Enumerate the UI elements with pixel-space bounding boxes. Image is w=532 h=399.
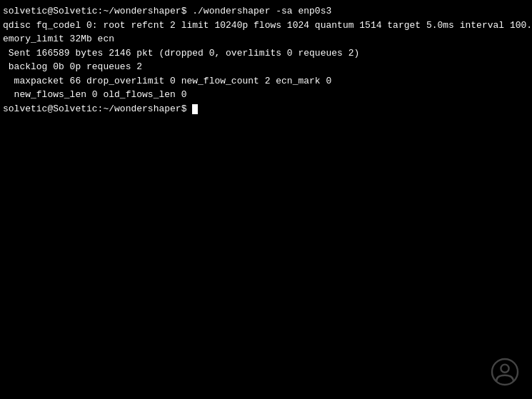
terminal-line: new_flows_len 0 old_flows_len 0: [3, 88, 529, 102]
watermark-icon: [491, 358, 519, 386]
terminal-line: solvetic@Solvetic:~/wondershaper$: [3, 102, 529, 116]
terminal-line: maxpacket 66 drop_overlimit 0 new_flow_c…: [3, 74, 529, 89]
terminal-output: solvetic@Solvetic:~/wondershaper$ ./wond…: [3, 4, 529, 116]
terminal-line: Sent 166589 bytes 2146 pkt (dropped 0, o…: [3, 46, 529, 61]
terminal-line: qdisc fq_codel 0: root refcnt 2 limit 10…: [3, 19, 529, 33]
svg-point-1: [501, 365, 508, 373]
terminal-line: emory_limit 32Mb ecn: [3, 32, 529, 46]
terminal-line: backlog 0b 0p requeues 2: [3, 60, 529, 74]
terminal-window: solvetic@Solvetic:~/wondershaper$ ./wond…: [0, 0, 532, 399]
terminal-line: solvetic@Solvetic:~/wondershaper$ ./wond…: [3, 4, 529, 19]
terminal-cursor: [192, 104, 198, 114]
